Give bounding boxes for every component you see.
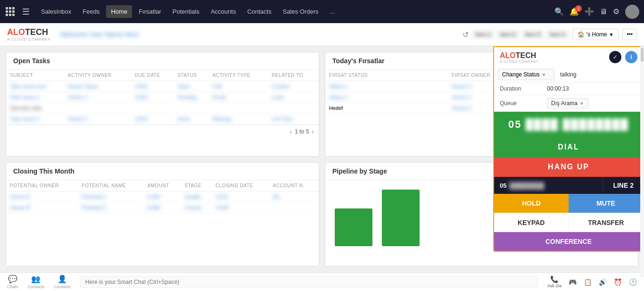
nav-firsatlar[interactable]: Fırsatlar <box>134 5 166 18</box>
col-status: STATUS <box>174 70 209 81</box>
grid-menu-icon[interactable] <box>5 6 16 17</box>
contacts-icon: 👥 <box>31 274 41 283</box>
hold-button[interactable]: HOLD <box>494 194 569 213</box>
transfer-button[interactable]: TRANSFER <box>569 213 644 232</box>
phone-icon: 📞 <box>550 275 558 283</box>
open-tasks-table: SUBJECT ACTIVITY OWNER DUE DATE STATUS A… <box>6 70 319 125</box>
queue-row: Queue Dış Arama ▼ <box>494 95 643 112</box>
clock-icon: 🕐 <box>629 278 637 286</box>
table-row[interactable]: Task name 3 Owner 3 12/03 Done Meeting L… <box>6 114 319 125</box>
bottom-toolbar: 💬 Chats 👥 Contacts 👤 Contacts 📞 Ask Zia … <box>0 272 644 291</box>
nav-home[interactable]: Home <box>106 5 132 18</box>
nav-accounts[interactable]: Accounts <box>206 5 240 18</box>
audio-tool[interactable]: 🔊 <box>599 278 607 286</box>
clock-tool[interactable]: 🕐 <box>629 278 637 286</box>
nav-feeds[interactable]: Feeds <box>78 5 104 18</box>
pipeline-chart <box>330 185 471 246</box>
toolbar-contacts-2[interactable]: 👤 Contacts <box>54 274 71 289</box>
col-activity-owner: ACTIVITY OWNER <box>64 70 131 81</box>
table-row[interactable]: Task name here Owner Name 12/01 Open Cal… <box>6 81 319 92</box>
alarm-tool[interactable]: ⏰ <box>614 278 622 286</box>
nav-sales-orders[interactable]: Sales Orders <box>278 5 323 18</box>
phone-check-icon[interactable]: ✓ <box>609 51 621 63</box>
nav-salesinbox[interactable]: SalesInbox <box>36 5 76 18</box>
prev-page-button[interactable]: ‹ <box>290 128 292 135</box>
nav-contacts[interactable]: Contacts <box>242 5 276 18</box>
col-related-to: RELATED TO <box>268 70 319 81</box>
sub-navigation: ALOTECH A CLOUD COMPANY Welcome User Nam… <box>0 23 644 46</box>
hold-mute-row: HOLD MUTE <box>494 194 643 213</box>
nav-more[interactable]: ... <box>325 5 340 18</box>
status-value: talking <box>560 71 577 78</box>
hamburger-menu[interactable]: ☰ <box>17 4 34 20</box>
line2-row: 05 ████████ LINE 2 <box>494 177 643 194</box>
settings-icon[interactable]: ⚙ <box>613 7 619 16</box>
col-due-date: DUE DATE <box>131 70 174 81</box>
closing-month-title: Closing This Month <box>6 163 319 180</box>
change-status-dropdown[interactable]: Change Status ▼ <box>498 69 554 80</box>
phone-widget-scrollbar[interactable] <box>640 46 644 277</box>
search-icon[interactable]: 🔍 <box>554 7 564 16</box>
add-icon[interactable]: ➕ <box>585 7 594 16</box>
nav-potentials[interactable]: Potentials <box>168 5 204 18</box>
bottom-right-tools: 📞 Ask Zia 🎮 📋 🔊 ⏰ 🕐 <box>547 275 637 288</box>
col-potential-owner: POTENTIAL OWNER <box>6 180 78 191</box>
breadcrumb-2[interactable]: Item 2 <box>497 30 519 39</box>
chats-icon: 💬 <box>8 274 17 283</box>
alarm-icon: ⏰ <box>614 278 622 286</box>
phone-status-row: Change Status ▼ talking <box>494 67 643 83</box>
col-potential-name: POTENTIAL NAME <box>78 180 143 191</box>
user-avatar[interactable] <box>625 5 639 19</box>
home-button[interactable]: 🏠 's Home ▼ <box>572 29 619 40</box>
toolbar-chats[interactable]: 💬 Chats <box>7 274 18 289</box>
notification-badge: 1 <box>575 5 582 12</box>
mute-button[interactable]: MUTE <box>569 194 643 213</box>
refresh-button[interactable]: ↺ <box>462 30 469 39</box>
phone-info-icon[interactable]: i <box>625 51 637 63</box>
page-info: 1 to 5 <box>295 128 309 135</box>
dial-button[interactable]: DIAL <box>494 137 643 157</box>
ask-zia-label: Ask Zia <box>547 283 561 288</box>
open-tasks-body: SUBJECT ACTIVITY OWNER DUE DATE STATUS A… <box>6 70 319 156</box>
line2-button[interactable]: LINE 2 <box>603 177 643 194</box>
breadcrumb-1[interactable]: Item 1 <box>472 30 495 39</box>
keypad-button[interactable]: KEYPAD <box>494 213 569 232</box>
gamepad-tool[interactable]: 🎮 <box>569 278 577 286</box>
breadcrumb-4[interactable]: Item 4 <box>546 30 569 39</box>
breadcrumb-3[interactable]: Item 3 <box>522 30 544 39</box>
queue-dropdown[interactable]: Dış Arama ▼ <box>547 98 588 108</box>
screen-icon[interactable]: 🖥 <box>600 8 607 16</box>
table-row[interactable]: Task name 2 Owner 2 12/02 Pending Email … <box>6 92 319 103</box>
phone-tool[interactable]: 📞 Ask Zia <box>547 275 561 288</box>
duration-label: Duration <box>500 85 547 92</box>
svg-rect-0 <box>335 208 372 246</box>
more-options-button[interactable]: ••• <box>622 29 637 40</box>
table-row[interactable]: Owner B Potential 2 8,000 Closed 12/28 <box>6 202 319 213</box>
top-navigation: ☰ SalesInbox Feeds Home Fırsatlar Potent… <box>0 0 644 23</box>
table-row[interactable]: Sub-item task <box>6 103 319 114</box>
smart-chat-input[interactable] <box>80 276 538 288</box>
hangup-button[interactable]: HANG UP <box>494 157 643 177</box>
toolbar-contacts-1[interactable]: 👥 Contacts <box>28 274 45 289</box>
open-tasks-panel: Open Tasks SUBJECT ACTIVITY OWNER DUE DA… <box>6 52 319 157</box>
col-account: ACCOUNT N. <box>269 180 319 191</box>
alotech-logo: ALOTECH A CLOUD COMPANY <box>7 27 50 42</box>
notification-icon[interactable]: 🔔 1 <box>570 7 579 16</box>
sub-nav-right: ↺ Item 1 Item 2 Item 3 Item 4 🏠 's Home … <box>462 29 637 40</box>
clipboard-tool[interactable]: 📋 <box>584 278 592 286</box>
closing-month-table: POTENTIAL OWNER POTENTIAL NAME AMOUNT ST… <box>6 180 319 213</box>
conference-button[interactable]: CONFERENCE <box>494 232 643 251</box>
closing-month-body: POTENTIAL OWNER POTENTIAL NAME AMOUNT ST… <box>6 180 319 266</box>
contacts-label: Contacts <box>28 284 45 289</box>
chats-label: Chats <box>7 284 18 289</box>
phone-widget-header: ALOTECH A CLOUD COMPANY ✓ i <box>494 47 643 67</box>
audio-icon: 🔊 <box>599 278 607 286</box>
nav-right-icons: 🔍 🔔 1 ➕ 🖥 ⚙ <box>554 5 639 19</box>
left-panel: Open Tasks SUBJECT ACTIVITY OWNER DUE DA… <box>6 52 319 266</box>
scrollbar-thumb <box>641 48 644 62</box>
clipboard-icon: 📋 <box>584 278 592 286</box>
col-firsat-status: FIRSAT STATUS <box>325 70 448 81</box>
phone-widget: ALOTECH A CLOUD COMPANY ✓ i Change Statu… <box>493 46 644 252</box>
table-row[interactable]: Owner A Potential 1 5,000 Qualify 12/31 … <box>6 191 319 202</box>
next-page-button[interactable]: › <box>312 128 314 135</box>
